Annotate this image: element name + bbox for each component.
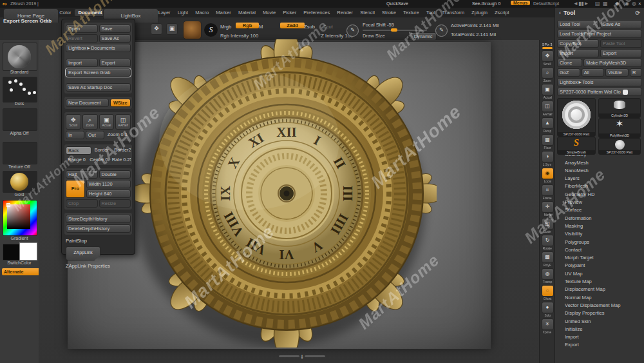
- doc-back-slider[interactable]: Back: [66, 146, 91, 155]
- doc-width-slider[interactable]: Width 1120: [86, 180, 131, 188]
- draw-size-slider[interactable]: Draw Size: [363, 33, 385, 39]
- doc-nav-icon-button[interactable]: ⌕Zoom: [82, 114, 98, 130]
- goz-r-button[interactable]: R: [630, 68, 642, 77]
- focal-shift-slider[interactable]: Focal Shift -55: [363, 22, 394, 28]
- doc-half-button[interactable]: Half: [66, 170, 98, 179]
- subpalette-item[interactable]: Vector Displacement Map: [557, 302, 642, 309]
- secondary-color-swatch[interactable]: [19, 242, 37, 260]
- shelf-button[interactable]: ✥ Scroll: [542, 50, 554, 66]
- doc-in-button[interactable]: In: [66, 131, 84, 139]
- menu-item[interactable]: Marker: [213, 9, 234, 16]
- subpalette-item[interactable]: Polypaint: [557, 262, 642, 270]
- subpalette-item[interactable]: Initialize: [557, 326, 642, 333]
- subpalette-item[interactable]: Morph Target: [557, 254, 642, 262]
- shelf-button[interactable]: ▲ Persp: [542, 117, 554, 133]
- color-picker[interactable]: [3, 200, 37, 236]
- lightbox-tools-button[interactable]: Lightbox►Tools: [557, 78, 642, 86]
- doc-import-button[interactable]: Import: [66, 59, 98, 67]
- subpalette-item[interactable]: ArrayMesh: [557, 159, 642, 167]
- subpalette-item[interactable]: Masking: [557, 222, 642, 230]
- subpalette-item[interactable]: Preview: [557, 199, 642, 206]
- zadd-toggle[interactable]: Zadd: [280, 23, 305, 28]
- subpalette-item[interactable]: FiberMesh: [557, 182, 642, 190]
- subpalette-item[interactable]: Layers: [557, 175, 642, 182]
- tool-export-button[interactable]: Export: [600, 49, 642, 57]
- tool-save-as-button[interactable]: Save As: [600, 20, 642, 28]
- menu-item[interactable]: Movie: [260, 9, 279, 16]
- menu-item[interactable]: Stroke: [379, 9, 399, 16]
- menu-item[interactable]: Picker: [279, 9, 299, 16]
- shelf-button[interactable]: ↻ Rotate: [542, 235, 554, 250]
- doc-zapplink-button[interactable]: ZAppLink: [66, 246, 100, 260]
- user-icon[interactable]: ◉: [625, 1, 629, 6]
- refresh-icon[interactable]: ⟳: [635, 10, 640, 16]
- lock-icon[interactable]: ◆: [615, 1, 619, 6]
- shelf-button[interactable]: ◫ AAHalf: [542, 101, 554, 116]
- goz-all-button[interactable]: All: [582, 68, 605, 77]
- subpalette-item[interactable]: Displacement Map: [557, 286, 642, 293]
- doc-lightbox-documents-button[interactable]: Lightbox►Documents: [66, 44, 131, 52]
- restore-icon[interactable]: ↺: [43, 18, 48, 24]
- subpalette-item[interactable]: Polygroups: [557, 239, 642, 246]
- palette-config-icon[interactable]: ▤: [595, 1, 600, 6]
- menu-item[interactable]: Macro: [192, 9, 212, 16]
- shelf-button[interactable]: ◑ L.Sym: [542, 151, 554, 166]
- shelf-button[interactable]: ◱ Scale: [542, 218, 554, 233]
- subpalette-item[interactable]: Deformation: [557, 215, 642, 222]
- shelf-button[interactable]: ▣ Actual: [542, 84, 554, 99]
- see-through-slider[interactable]: See-through 0: [472, 1, 500, 6]
- divider-config-icon[interactable]: ▦: [603, 1, 608, 6]
- doc-zoom-slider[interactable]: Zoom 0.1: [106, 131, 131, 139]
- doc-paintstop-item[interactable]: PaintStop: [66, 238, 131, 244]
- shelf-button[interactable]: ◌ Ghost: [542, 285, 554, 300]
- tool-thumbnail[interactable]: SP237-0030 Patt: [557, 98, 596, 137]
- tool-thumbnail[interactable]: SP237-0030 Patt: [598, 138, 641, 155]
- draw-pointer-icon[interactable]: ▣: [166, 23, 178, 35]
- rgb-intensity-slider[interactable]: Rgb Intensity 100: [220, 33, 258, 39]
- subpalette-item[interactable]: Normal Map: [557, 294, 642, 302]
- panel-back-icon[interactable]: ‹: [559, 10, 561, 16]
- edit-object-icon[interactable]: ✥: [151, 23, 162, 35]
- shelf-button[interactable]: ◍ Transp: [542, 268, 554, 284]
- subpalette-item[interactable]: Display Properties: [557, 309, 642, 317]
- menus-toggle[interactable]: Menus: [511, 1, 530, 5]
- goz-button[interactable]: GoZ: [557, 68, 580, 77]
- doc-center-slider[interactable]: Center 0.7: [88, 156, 108, 163]
- shelf-button[interactable]: ▩ PolyF: [542, 251, 554, 267]
- menu-item[interactable]: Document: [75, 9, 105, 16]
- brush-preview[interactable]: [183, 21, 202, 39]
- menu-item[interactable]: Light: [175, 9, 191, 16]
- menu-item[interactable]: Texture: [400, 9, 422, 16]
- help-icon[interactable]: ◍: [632, 1, 636, 6]
- load-tool-button[interactable]: Load Tool: [557, 20, 599, 28]
- subpalette-item[interactable]: Surface: [557, 206, 642, 214]
- subpalette-item[interactable]: Texture Map: [557, 278, 642, 286]
- subpalette-item[interactable]: Geometry HD: [557, 191, 642, 199]
- doc-new-document-button[interactable]: New Document: [66, 99, 109, 107]
- shelf-button[interactable]: ⌕ Zoom: [542, 67, 554, 83]
- current-brush-thumb[interactable]: [3, 43, 37, 71]
- menu-item[interactable]: Color: [56, 9, 74, 16]
- pressure-dial-icon[interactable]: ✎: [346, 25, 359, 37]
- doc-store-depth-button[interactable]: StoreDepthHistory: [66, 215, 131, 223]
- menu-item[interactable]: Zscript: [491, 9, 513, 16]
- shelf-button[interactable]: ✳ Xpose: [542, 319, 554, 334]
- menu-item[interactable]: Preferences: [300, 9, 333, 16]
- goz-visible-button[interactable]: Visible: [605, 68, 629, 77]
- doc-nav-icon-button[interactable]: ▣Actual: [99, 114, 115, 130]
- alternate-button[interactable]: Alternate: [2, 268, 43, 275]
- shelf-button[interactable]: ◉ Local: [542, 168, 554, 183]
- doc-out-button[interactable]: Out: [86, 131, 104, 139]
- tray-divider-handle[interactable]: ▲▼: [279, 354, 325, 358]
- clone-button[interactable]: Clone: [557, 59, 582, 67]
- quicksave-button[interactable]: QuickSave: [386, 1, 408, 6]
- subpalette-item[interactable]: Unified Skin: [557, 318, 642, 326]
- tool-thumbnail[interactable]: Cylinder3D: [598, 98, 641, 118]
- doc-border-button[interactable]: Border: [93, 146, 111, 155]
- right-tray-toggle-icon[interactable]: ▮►: [581, 1, 589, 6]
- subpalette-item[interactable]: UV Map: [557, 270, 642, 278]
- main-color-swatch[interactable]: [3, 244, 20, 260]
- subpalette-item[interactable]: NanoMesh: [557, 167, 642, 175]
- copy-tool-button[interactable]: Copy Tool: [557, 39, 599, 48]
- close-button[interactable]: ×: [638, 1, 641, 6]
